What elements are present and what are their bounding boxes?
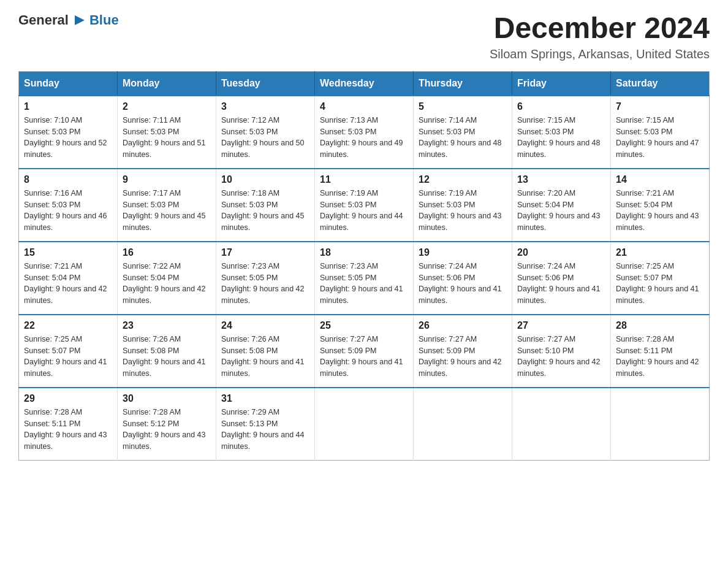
day-info: Sunrise: 7:19 AM Sunset: 5:03 PM Dayligh… <box>320 188 408 234</box>
calendar-cell: 18 Sunrise: 7:23 AM Sunset: 5:05 PM Dayl… <box>315 242 414 315</box>
day-number: 5 <box>419 101 507 112</box>
day-number: 9 <box>123 174 211 185</box>
location-subtitle: Siloam Springs, Arkansas, United States <box>490 47 710 61</box>
calendar-week-row: 1 Sunrise: 7:10 AM Sunset: 5:03 PM Dayli… <box>19 96 710 169</box>
day-number: 3 <box>221 101 309 112</box>
calendar-cell: 3 Sunrise: 7:12 AM Sunset: 5:03 PM Dayli… <box>216 96 315 169</box>
day-number: 26 <box>419 320 507 331</box>
calendar-cell: 1 Sunrise: 7:10 AM Sunset: 5:03 PM Dayli… <box>19 96 118 169</box>
calendar-cell <box>315 388 414 461</box>
day-number: 7 <box>616 101 704 112</box>
calendar-cell: 27 Sunrise: 7:27 AM Sunset: 5:10 PM Dayl… <box>512 315 611 388</box>
calendar-header-saturday: Saturday <box>611 71 710 96</box>
day-info: Sunrise: 7:26 AM Sunset: 5:08 PM Dayligh… <box>221 334 309 380</box>
calendar-cell: 30 Sunrise: 7:28 AM Sunset: 5:12 PM Dayl… <box>118 388 216 461</box>
day-number: 21 <box>616 247 704 258</box>
day-info: Sunrise: 7:24 AM Sunset: 5:06 PM Dayligh… <box>419 261 507 307</box>
calendar-cell: 15 Sunrise: 7:21 AM Sunset: 5:04 PM Dayl… <box>19 242 118 315</box>
day-info: Sunrise: 7:10 AM Sunset: 5:03 PM Dayligh… <box>24 115 112 161</box>
day-number: 31 <box>221 393 309 404</box>
day-info: Sunrise: 7:13 AM Sunset: 5:03 PM Dayligh… <box>320 115 408 161</box>
calendar-cell: 9 Sunrise: 7:17 AM Sunset: 5:03 PM Dayli… <box>118 169 216 242</box>
day-info: Sunrise: 7:22 AM Sunset: 5:04 PM Dayligh… <box>123 261 211 307</box>
calendar-cell: 10 Sunrise: 7:18 AM Sunset: 5:03 PM Dayl… <box>216 169 315 242</box>
calendar-header-monday: Monday <box>118 71 216 96</box>
logo-blue-text: Blue <box>89 12 119 28</box>
page-header: General Blue December 2024 Siloam Spring… <box>18 12 710 61</box>
day-number: 8 <box>24 174 112 185</box>
calendar-header-wednesday: Wednesday <box>315 71 414 96</box>
calendar-cell: 20 Sunrise: 7:24 AM Sunset: 5:06 PM Dayl… <box>512 242 611 315</box>
calendar-cell: 11 Sunrise: 7:19 AM Sunset: 5:03 PM Dayl… <box>315 169 414 242</box>
day-info: Sunrise: 7:23 AM Sunset: 5:05 PM Dayligh… <box>221 261 309 307</box>
day-number: 4 <box>320 101 408 112</box>
day-info: Sunrise: 7:21 AM Sunset: 5:04 PM Dayligh… <box>24 261 112 307</box>
day-info: Sunrise: 7:17 AM Sunset: 5:03 PM Dayligh… <box>123 188 211 234</box>
logo-arrow-icon <box>72 13 87 28</box>
day-number: 29 <box>24 393 112 404</box>
day-number: 23 <box>123 320 211 331</box>
day-info: Sunrise: 7:16 AM Sunset: 5:03 PM Dayligh… <box>24 188 112 234</box>
calendar-cell: 29 Sunrise: 7:28 AM Sunset: 5:11 PM Dayl… <box>19 388 118 461</box>
day-number: 22 <box>24 320 112 331</box>
calendar-cell: 14 Sunrise: 7:21 AM Sunset: 5:04 PM Dayl… <box>611 169 710 242</box>
calendar-cell: 12 Sunrise: 7:19 AM Sunset: 5:03 PM Dayl… <box>414 169 512 242</box>
day-info: Sunrise: 7:28 AM Sunset: 5:11 PM Dayligh… <box>24 407 112 453</box>
day-number: 20 <box>517 247 605 258</box>
day-info: Sunrise: 7:27 AM Sunset: 5:09 PM Dayligh… <box>419 334 507 380</box>
day-info: Sunrise: 7:15 AM Sunset: 5:03 PM Dayligh… <box>517 115 605 161</box>
day-number: 15 <box>24 247 112 258</box>
logo: General Blue <box>18 12 119 28</box>
day-number: 10 <box>221 174 309 185</box>
day-number: 12 <box>419 174 507 185</box>
day-number: 16 <box>123 247 211 258</box>
day-number: 27 <box>517 320 605 331</box>
day-number: 14 <box>616 174 704 185</box>
day-info: Sunrise: 7:21 AM Sunset: 5:04 PM Dayligh… <box>616 188 704 234</box>
calendar-week-row: 29 Sunrise: 7:28 AM Sunset: 5:11 PM Dayl… <box>19 388 710 461</box>
day-number: 17 <box>221 247 309 258</box>
calendar-cell: 16 Sunrise: 7:22 AM Sunset: 5:04 PM Dayl… <box>118 242 216 315</box>
day-number: 19 <box>419 247 507 258</box>
month-year-title: December 2024 <box>490 12 710 45</box>
day-number: 25 <box>320 320 408 331</box>
day-info: Sunrise: 7:23 AM Sunset: 5:05 PM Dayligh… <box>320 261 408 307</box>
calendar-cell: 21 Sunrise: 7:25 AM Sunset: 5:07 PM Dayl… <box>611 242 710 315</box>
day-info: Sunrise: 7:14 AM Sunset: 5:03 PM Dayligh… <box>419 115 507 161</box>
calendar-cell <box>611 388 710 461</box>
calendar-cell: 22 Sunrise: 7:25 AM Sunset: 5:07 PM Dayl… <box>19 315 118 388</box>
calendar-week-row: 8 Sunrise: 7:16 AM Sunset: 5:03 PM Dayli… <box>19 169 710 242</box>
day-number: 2 <box>123 101 211 112</box>
calendar-cell: 23 Sunrise: 7:26 AM Sunset: 5:08 PM Dayl… <box>118 315 216 388</box>
calendar-cell: 26 Sunrise: 7:27 AM Sunset: 5:09 PM Dayl… <box>414 315 512 388</box>
calendar-cell <box>414 388 512 461</box>
calendar-cell: 7 Sunrise: 7:15 AM Sunset: 5:03 PM Dayli… <box>611 96 710 169</box>
day-number: 6 <box>517 101 605 112</box>
calendar-cell: 24 Sunrise: 7:26 AM Sunset: 5:08 PM Dayl… <box>216 315 315 388</box>
calendar-cell: 17 Sunrise: 7:23 AM Sunset: 5:05 PM Dayl… <box>216 242 315 315</box>
calendar-header-friday: Friday <box>512 71 611 96</box>
day-info: Sunrise: 7:29 AM Sunset: 5:13 PM Dayligh… <box>221 407 309 453</box>
calendar-header-row: SundayMondayTuesdayWednesdayThursdayFrid… <box>19 71 710 96</box>
svg-marker-0 <box>75 15 85 25</box>
calendar-cell <box>512 388 611 461</box>
day-number: 30 <box>123 393 211 404</box>
calendar-table: SundayMondayTuesdayWednesdayThursdayFrid… <box>18 71 710 461</box>
calendar-cell: 6 Sunrise: 7:15 AM Sunset: 5:03 PM Dayli… <box>512 96 611 169</box>
day-info: Sunrise: 7:27 AM Sunset: 5:10 PM Dayligh… <box>517 334 605 380</box>
calendar-cell: 5 Sunrise: 7:14 AM Sunset: 5:03 PM Dayli… <box>414 96 512 169</box>
day-info: Sunrise: 7:28 AM Sunset: 5:11 PM Dayligh… <box>616 334 704 380</box>
calendar-cell: 13 Sunrise: 7:20 AM Sunset: 5:04 PM Dayl… <box>512 169 611 242</box>
calendar-cell: 8 Sunrise: 7:16 AM Sunset: 5:03 PM Dayli… <box>19 169 118 242</box>
day-info: Sunrise: 7:11 AM Sunset: 5:03 PM Dayligh… <box>123 115 211 161</box>
day-number: 11 <box>320 174 408 185</box>
calendar-week-row: 22 Sunrise: 7:25 AM Sunset: 5:07 PM Dayl… <box>19 315 710 388</box>
day-number: 18 <box>320 247 408 258</box>
calendar-cell: 2 Sunrise: 7:11 AM Sunset: 5:03 PM Dayli… <box>118 96 216 169</box>
calendar-header-thursday: Thursday <box>414 71 512 96</box>
day-number: 24 <box>221 320 309 331</box>
day-info: Sunrise: 7:18 AM Sunset: 5:03 PM Dayligh… <box>221 188 309 234</box>
day-number: 1 <box>24 101 112 112</box>
calendar-header-sunday: Sunday <box>19 71 118 96</box>
day-info: Sunrise: 7:28 AM Sunset: 5:12 PM Dayligh… <box>123 407 211 453</box>
